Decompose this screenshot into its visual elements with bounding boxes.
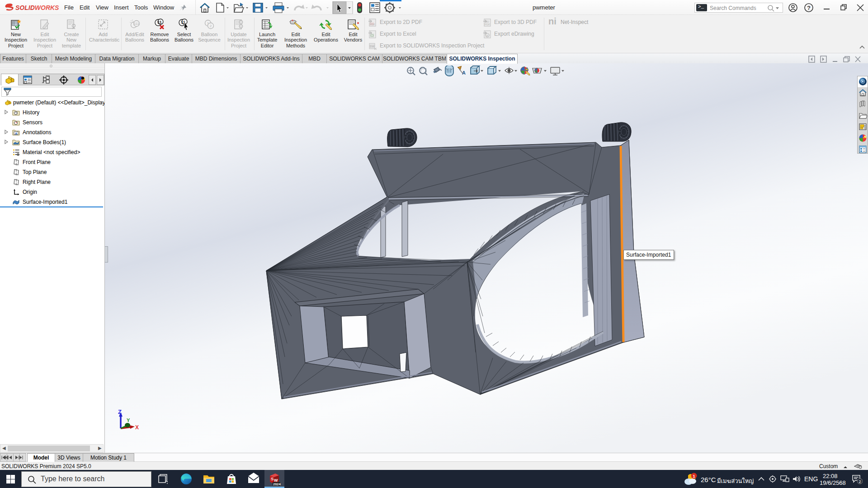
- svg-text:S: S: [271, 477, 274, 481]
- svg-text:Z: Z: [118, 408, 122, 415]
- svg-text:PDF: PDF: [485, 23, 490, 26]
- svg-text:e: e: [486, 34, 488, 37]
- svg-text:11: 11: [157, 20, 162, 24]
- svg-text:2024: 2024: [273, 482, 281, 486]
- svg-text:1: 1: [693, 474, 695, 479]
- svg-text:PDF: PDF: [370, 23, 375, 26]
- svg-text:SW: SW: [369, 45, 375, 48]
- svg-text:A: A: [462, 70, 466, 75]
- svg-text:2: 2: [859, 479, 861, 484]
- svg-text:2: 2: [210, 24, 212, 28]
- svg-text:Y: Y: [127, 418, 130, 423]
- svg-text:111: 111: [134, 22, 140, 26]
- svg-text:A: A: [15, 132, 17, 135]
- svg-text:?: ?: [807, 5, 811, 11]
- svg-text:X: X: [135, 424, 139, 431]
